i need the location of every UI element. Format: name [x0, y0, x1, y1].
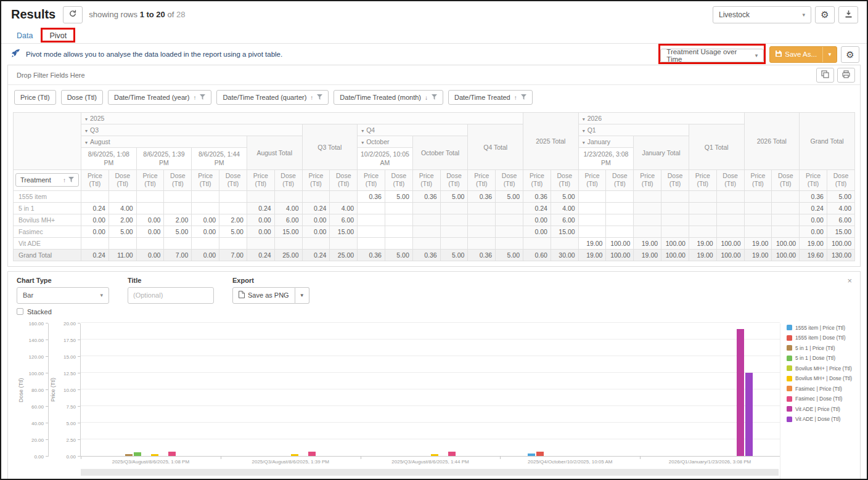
chart-bar-vit-ade-price-ttl[interactable]: [737, 329, 744, 455]
stacked-checkbox[interactable]: [17, 308, 23, 315]
measure-header: Dose (Ttl): [219, 170, 247, 190]
chart-body: Dose (Ttl)0.0020.0040.0060.0080.00100.00…: [17, 323, 780, 480]
field-price-ttl[interactable]: Price (Ttl): [14, 90, 56, 105]
column-group-q1[interactable]: ▾Q1: [578, 124, 689, 136]
column-header-8-6-2025-1-08-pm: 8/6/2025, 1:08 PM: [81, 148, 137, 170]
legend-item-1555-item-dose-ttl[interactable]: 1555 item | Dose (Ttl): [787, 335, 856, 341]
sort-icon[interactable]: ↑: [63, 177, 66, 184]
bar-group-2: [221, 323, 361, 456]
save-as-menu-button[interactable]: ▼: [823, 47, 837, 62]
cell: [772, 202, 800, 214]
pivot-settings-button[interactable]: ⚙: [841, 46, 859, 63]
collapse-icon[interactable]: ▾: [85, 128, 88, 134]
column-group-2025[interactable]: ▾2025: [81, 113, 523, 124]
row-dimension-treatment[interactable]: Treatment↑: [15, 173, 79, 187]
cell: [606, 226, 634, 237]
chart-bar-bovilus-mh-dose-ttl[interactable]: [291, 454, 298, 456]
legend-item-5-in-1-dose-ttl[interactable]: 5 in 1 | Dose (Ttl): [787, 355, 856, 361]
filter-icon[interactable]: [68, 176, 74, 184]
collapse-icon[interactable]: ▾: [85, 116, 88, 122]
legend-swatch: [787, 345, 792, 351]
save-as-button[interactable]: Save As...: [770, 47, 823, 62]
chart-type-select[interactable]: Bar ▾: [17, 287, 109, 304]
chart-bar-5-in-1-price-ttl[interactable]: [125, 454, 133, 456]
field-date-time-treated[interactable]: Date/Time Treated↑: [448, 90, 533, 105]
chart-bar-bovilus-mh-dose-ttl[interactable]: [431, 454, 438, 456]
legend-item-vit-ade-price-ttl[interactable]: Vit ADE | Price (Ttl): [787, 406, 856, 412]
copy-button[interactable]: [816, 68, 834, 83]
legend-item-fasimec-dose-ttl[interactable]: Fasimec | Dose (Ttl): [787, 396, 856, 402]
cell: 0.00: [247, 226, 274, 237]
download-button[interactable]: [838, 6, 858, 23]
field-date-time-treated-month[interactable]: Date/Time Treated (month)↓: [334, 90, 443, 105]
chart-bar-1555-item-dose-ttl[interactable]: [536, 452, 544, 456]
cell: [108, 237, 136, 249]
settings-button[interactable]: ⚙: [815, 6, 835, 23]
collapse-icon[interactable]: ▾: [361, 128, 364, 134]
collapse-icon[interactable]: ▾: [361, 140, 364, 145]
cell: 0.36: [800, 190, 827, 202]
cell: 5.00: [385, 249, 412, 261]
refresh-button[interactable]: [63, 6, 83, 23]
column-group-august[interactable]: ▾August: [81, 136, 247, 148]
column-group-october[interactable]: ▾October: [358, 136, 413, 148]
y-axis-dose: Dose (Ttl)0.0020.0040.0060.0080.00100.00…: [17, 323, 49, 457]
chart-bar-1555-item-price-ttl[interactable]: [528, 454, 535, 456]
dataset-select[interactable]: Livestock ▾: [713, 6, 811, 23]
chart-title-input[interactable]: [128, 287, 214, 304]
measure-header: Dose (Ttl): [385, 170, 412, 190]
saved-view-select[interactable]: Treatment Usage over Time ▾: [660, 49, 764, 62]
filter-drop-zone[interactable]: Drop Filter Fields Here: [8, 65, 860, 85]
legend-item-5-in-1-price-ttl[interactable]: 5 in 1 | Price (Ttl): [787, 345, 856, 351]
column-group-january[interactable]: ▾January: [578, 136, 634, 148]
bar-group-4: [500, 323, 640, 456]
column-group-q4[interactable]: ▾Q4: [358, 124, 468, 136]
legend-item-vit-ade-dose-ttl[interactable]: Vit ADE | Dose (Ttl): [787, 416, 856, 422]
collapse-icon[interactable]: ▾: [583, 116, 585, 122]
sort-icon[interactable]: ↑: [193, 94, 196, 101]
filter-icon[interactable]: [200, 94, 205, 101]
cell: [164, 202, 192, 214]
cell: 0.00: [192, 226, 219, 237]
column-group-q3[interactable]: ▾Q3: [81, 124, 303, 136]
y-axis-title: Price (Ttl): [49, 323, 57, 457]
chart-scrollbar[interactable]: [81, 469, 779, 476]
results-screen: { "header": { "title": "Results", "showi…: [0, 0, 868, 480]
collapse-icon[interactable]: ▾: [583, 128, 585, 134]
collapse-icon[interactable]: ▾: [85, 140, 88, 145]
save-as-png-button[interactable]: Save as PNG: [232, 287, 295, 304]
tab-pivot[interactable]: Pivot: [43, 30, 73, 42]
filter-icon[interactable]: [432, 94, 437, 101]
chart-bar-bovilus-mh-dose-ttl[interactable]: [151, 454, 158, 456]
close-icon[interactable]: ×: [847, 276, 852, 285]
tab-data[interactable]: Data: [9, 28, 41, 43]
cell: [164, 190, 192, 202]
filter-icon[interactable]: [521, 94, 526, 101]
field-date-time-treated-year[interactable]: Date/Time Treated (year)↑: [108, 90, 211, 105]
sort-icon[interactable]: ↑: [514, 94, 517, 101]
field-date-time-treated-quarter[interactable]: Date/Time Treated (quarter)↑: [216, 90, 329, 105]
chart-bar-fasimec-dose-ttl[interactable]: [448, 452, 456, 456]
cell: 5.00: [164, 226, 192, 237]
filter-icon[interactable]: [317, 94, 322, 101]
cell: [412, 226, 440, 237]
export-image-button[interactable]: [837, 68, 855, 83]
legend-item-bovilus-mh-price-ttl[interactable]: Bovilus MH+ | Price (Ttl): [787, 365, 856, 372]
cell: [634, 202, 661, 214]
chart-bar-5-in-1-dose-ttl[interactable]: [134, 452, 141, 455]
export-menu-button[interactable]: ▼: [295, 287, 309, 304]
legend-item-1555-item-price-ttl[interactable]: 1555 item | Price (Ttl): [787, 325, 856, 331]
cell: 0.24: [81, 249, 109, 261]
legend-item-fasimec-price-ttl[interactable]: Fasimec | Price (Ttl): [787, 386, 856, 392]
chart-bar-vit-ade-dose-ttl[interactable]: [745, 373, 753, 456]
sort-icon[interactable]: ↓: [425, 94, 428, 101]
column-group-2026[interactable]: ▾2026: [578, 113, 744, 124]
field-dose-ttl[interactable]: Dose (Ttl): [61, 90, 103, 105]
legend-item-bovilus-mh-dose-ttl[interactable]: Bovilus MH+ | Dose (Ttl): [787, 375, 856, 381]
table-row-vit-ade: Vit ADE19.00100.0019.00100.0019.00100.00…: [14, 237, 855, 249]
chart-bar-fasimec-dose-ttl[interactable]: [308, 452, 316, 456]
chart-bar-fasimec-dose-ttl[interactable]: [168, 452, 176, 456]
sort-icon[interactable]: ↑: [310, 94, 313, 101]
collapse-icon[interactable]: ▾: [583, 140, 585, 145]
cell: 100.00: [606, 237, 634, 249]
